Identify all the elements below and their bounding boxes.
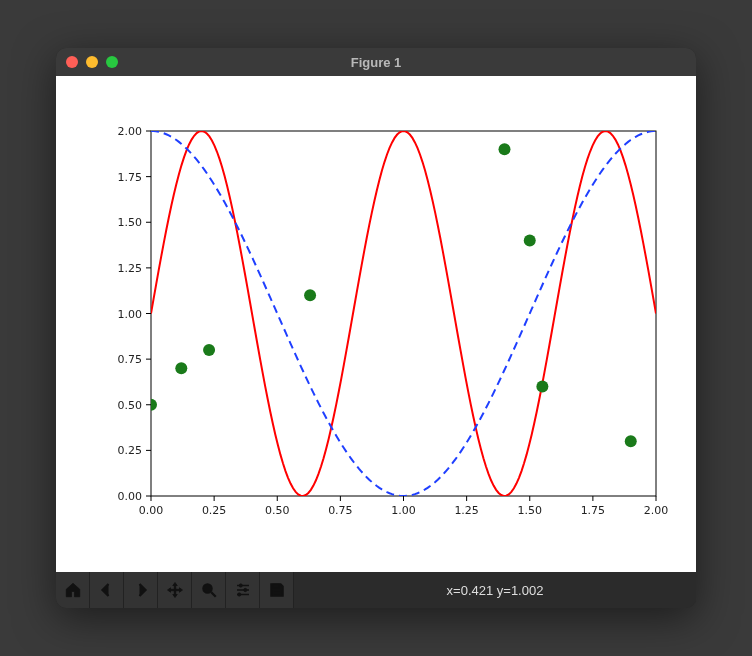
home-icon: [64, 581, 82, 599]
forward-button[interactable]: [124, 572, 158, 608]
svg-text:1.25: 1.25: [454, 504, 479, 517]
svg-point-39: [175, 362, 187, 374]
save-button[interactable]: [260, 572, 294, 608]
back-icon: [98, 581, 116, 599]
pan-button[interactable]: [158, 572, 192, 608]
svg-text:1.00: 1.00: [391, 504, 416, 517]
svg-text:1.50: 1.50: [118, 216, 143, 229]
svg-point-40: [203, 344, 215, 356]
svg-text:0.25: 0.25: [118, 444, 143, 457]
configure-button[interactable]: [226, 572, 260, 608]
svg-point-49: [239, 584, 242, 587]
zoom-window-icon[interactable]: [106, 56, 118, 68]
svg-text:0.50: 0.50: [265, 504, 290, 517]
pan-icon: [166, 581, 184, 599]
traffic-lights: [66, 56, 118, 68]
svg-text:2.00: 2.00: [118, 125, 143, 138]
svg-point-42: [499, 143, 511, 155]
toolbar: x=0.421 y=1.002: [56, 572, 696, 608]
svg-point-51: [243, 588, 246, 591]
svg-point-45: [625, 435, 637, 447]
titlebar: Figure 1: [56, 48, 696, 76]
figure-window: Figure 1 0.000.250.500.751.001.251.501.7…: [56, 48, 696, 608]
coord-readout: x=0.421 y=1.002: [294, 583, 696, 598]
svg-text:0.75: 0.75: [118, 353, 143, 366]
svg-text:0.50: 0.50: [118, 399, 143, 412]
svg-text:0.00: 0.00: [139, 504, 164, 517]
svg-point-43: [524, 235, 536, 247]
home-button[interactable]: [56, 572, 90, 608]
back-button[interactable]: [90, 572, 124, 608]
svg-text:1.75: 1.75: [118, 171, 143, 184]
svg-point-41: [304, 289, 316, 301]
chart-canvas: 0.000.250.500.751.001.251.501.752.000.00…: [56, 76, 696, 572]
svg-line-47: [211, 592, 216, 597]
svg-text:0.25: 0.25: [202, 504, 227, 517]
plot-area[interactable]: 0.000.250.500.751.001.251.501.752.000.00…: [56, 76, 696, 572]
minimize-icon[interactable]: [86, 56, 98, 68]
svg-text:2.00: 2.00: [644, 504, 669, 517]
svg-text:1.00: 1.00: [118, 308, 143, 321]
svg-rect-55: [273, 591, 281, 596]
svg-rect-54: [273, 584, 279, 588]
svg-point-53: [237, 593, 240, 596]
svg-point-44: [536, 381, 548, 393]
forward-icon: [132, 581, 150, 599]
svg-text:0.75: 0.75: [328, 504, 353, 517]
svg-point-46: [203, 584, 212, 593]
zoom-button[interactable]: [192, 572, 226, 608]
svg-text:1.75: 1.75: [581, 504, 606, 517]
window-title: Figure 1: [56, 55, 696, 70]
zoom-icon: [200, 581, 218, 599]
configure-icon: [234, 581, 252, 599]
svg-text:0.00: 0.00: [118, 490, 143, 503]
save-icon: [268, 581, 286, 599]
close-icon[interactable]: [66, 56, 78, 68]
svg-text:1.25: 1.25: [118, 262, 143, 275]
svg-text:1.50: 1.50: [518, 504, 543, 517]
